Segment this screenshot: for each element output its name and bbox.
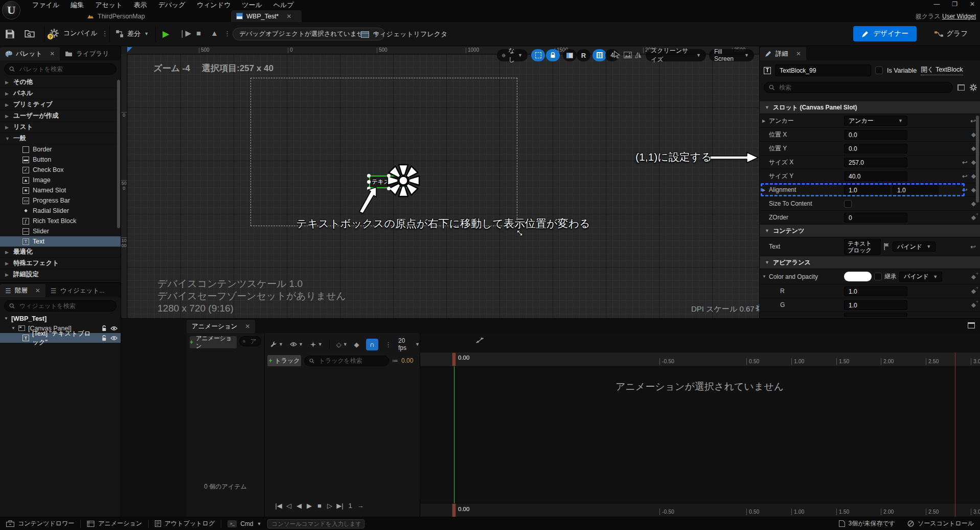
designer-mode-button[interactable]: デザイナー <box>853 26 917 41</box>
palette-group[interactable]: ▶詳細設定 <box>0 269 121 280</box>
palette-group[interactable]: ▶パネル <box>0 88 121 99</box>
sequencer-settings-wrench-icon[interactable]: ▼ <box>270 341 283 348</box>
close-tab-icon[interactable]: ✕ <box>245 323 250 330</box>
add-animation-button[interactable]: +アニメーション <box>190 336 237 348</box>
unreal-logo-icon[interactable]: U <box>2 1 20 19</box>
palette-group[interactable]: ▶特殊エフェクト <box>0 258 121 269</box>
timeline-ruler-top[interactable]: -0.500.501.001.502.002.503.003.504.004.5… <box>420 352 980 367</box>
dpi-settings-gear-icon[interactable] <box>755 304 759 313</box>
reset-to-default-icon[interactable]: ↩ <box>970 117 976 125</box>
add-keyframe-icon[interactable]: ◆+ <box>971 288 976 295</box>
palette-widget-item[interactable]: T Text <box>0 236 121 247</box>
console-command-input[interactable] <box>267 519 364 528</box>
settings-gear-icon[interactable] <box>969 83 977 92</box>
text-value-input[interactable]: テキストブロック <box>844 239 881 255</box>
palette-widget-item[interactable]: Border <box>0 144 121 154</box>
save-button[interactable] <box>5 29 15 39</box>
graph-mode-button[interactable]: グラフ <box>928 26 974 41</box>
details-search-input[interactable] <box>778 83 948 92</box>
display-filter-icon[interactable] <box>958 84 965 91</box>
inherit-checkbox[interactable] <box>874 273 882 280</box>
output-log-button[interactable]: アウトプットログ <box>149 517 221 530</box>
resize-handle[interactable] <box>387 187 391 190</box>
tab-hierarchy[interactable]: ☰ 階層 ✕ <box>0 284 45 297</box>
timeline-ruler-bottom[interactable]: -0.500.501.001.502.002.503.003.504.004.5… <box>420 503 980 517</box>
property-value-input[interactable]: 40.0 <box>844 171 907 181</box>
cursor-tool-icon[interactable] <box>613 51 620 58</box>
transport-button[interactable]: ▶| <box>336 502 344 510</box>
add-keyframe-icon[interactable]: ◆+ <box>971 200 976 207</box>
lock-open-icon[interactable] <box>102 335 107 341</box>
reset-to-default-icon[interactable]: ↩ <box>970 243 976 251</box>
palette-group-general[interactable]: ▼一般 <box>0 133 121 144</box>
fps-dropdown[interactable]: 20 fps▼ <box>398 337 420 351</box>
expand-panel-icon[interactable] <box>968 322 975 328</box>
curve-editor-icon[interactable] <box>475 337 484 344</box>
compile-button[interactable]: ? コンパイル ⋮ <box>49 28 108 38</box>
palette-scrollbar[interactable] <box>117 80 120 228</box>
expander-icon[interactable]: ▼ <box>762 274 766 279</box>
hierarchy-search-input[interactable] <box>18 302 111 310</box>
palette-widget-item[interactable]: ◆ Radial Slider <box>0 206 121 216</box>
palette-widget-item[interactable]: ƒ Rich Text Block <box>0 216 121 226</box>
minimize-icon[interactable]: — <box>933 1 940 8</box>
details-scrollbar[interactable] <box>976 116 979 203</box>
localization-flag-icon[interactable] <box>883 243 890 250</box>
is-variable-checkbox[interactable] <box>875 67 883 74</box>
palette-widget-item[interactable]: — Slider <box>0 226 121 236</box>
menu-item[interactable]: ヘルプ <box>268 0 300 11</box>
designer-canvas[interactable]: 50005001000150020002500 05001000 ズーム -4 … <box>121 46 759 318</box>
filter-icon[interactable]: ≔ <box>392 357 398 364</box>
palette-widget-item[interactable]: ▬ Button <box>0 154 121 165</box>
add-keyframe-icon[interactable]: ◆+ <box>971 273 976 280</box>
lock-widgets-toggle[interactable] <box>546 49 560 61</box>
transport-button[interactable]: ▶ <box>306 502 313 510</box>
close-tab-icon[interactable]: ✕ <box>35 287 40 294</box>
selection-outline-toggle[interactable] <box>531 49 545 61</box>
close-icon[interactable]: ✕ <box>970 1 975 8</box>
add-keyframe-icon[interactable]: ◆+ <box>971 131 976 138</box>
pivot-starburst-icon[interactable] <box>382 159 425 202</box>
palette-group[interactable]: ▶その他 <box>0 77 121 88</box>
open-textblock-link[interactable]: 開く TextBlock <box>921 65 963 75</box>
hierarchy-node[interactable]: ▼ [WBP_Test] <box>0 314 121 323</box>
animation-search-input[interactable] <box>249 337 258 345</box>
transport-button[interactable]: ▷ <box>326 502 333 510</box>
add-keyframe-icon[interactable]: ◆+ <box>971 186 976 193</box>
add-keyframe-icon[interactable]: ◆+ <box>971 159 976 166</box>
close-tab-icon[interactable]: ✕ <box>50 50 55 57</box>
stop-button[interactable]: ■ <box>196 29 201 37</box>
layout-mode-button[interactable] <box>563 49 577 61</box>
palette-group[interactable]: ▶ユーザーが作成 <box>0 111 121 122</box>
section-content[interactable]: ▼コンテンツ <box>760 225 980 237</box>
eject-button[interactable]: ▲ <box>211 29 218 37</box>
tab-widgets[interactable]: ☰ ウィジェット... <box>45 284 110 297</box>
snap-options-icon[interactable]: ⋮ <box>385 341 392 348</box>
property-value-input[interactable]: 0.0 <box>844 130 907 140</box>
section-appearance[interactable]: ▼アピアランス <box>760 256 980 269</box>
cmd-dropdown[interactable]: >_ Cmd ▼ <box>221 517 267 530</box>
add-keyframe-icon[interactable]: ◆+ <box>971 145 976 152</box>
menu-item[interactable]: 編集 <box>65 0 89 11</box>
palette-group[interactable]: ▶プリミティブ <box>0 99 121 111</box>
details-search[interactable] <box>764 82 953 93</box>
tab-thirdpersonmap[interactable]: ThirdPersonMap <box>82 10 150 22</box>
transport-button[interactable]: ◀ <box>295 502 303 510</box>
palette-widget-item[interactable]: ✓ Check Box <box>0 165 121 175</box>
palette-search-input[interactable] <box>18 65 111 73</box>
menu-item[interactable]: デバッグ <box>152 0 191 11</box>
current-time-value[interactable]: 0.00 <box>401 357 413 364</box>
diff-button[interactable]: 差分 ▼ <box>116 29 149 38</box>
content-drawer-button[interactable]: コンテンツドロワー <box>0 517 80 530</box>
auto-key-icon[interactable]: ◆ <box>354 341 359 348</box>
color-bind-dropdown[interactable]: バインド▼ <box>899 272 942 282</box>
parent-class-link[interactable]: User Widget <box>942 13 976 20</box>
close-tab-icon[interactable]: ✕ <box>286 13 291 20</box>
play-button[interactable]: ▶ <box>163 29 169 39</box>
transport-button[interactable]: → <box>357 502 364 510</box>
widget-name-input[interactable]: TextBlock_99 <box>775 64 871 76</box>
add-keyframe-icon[interactable]: ◆+ <box>971 214 976 221</box>
play-options-icon[interactable]: ⋮ <box>224 30 231 37</box>
visibility-eye-icon[interactable] <box>110 336 118 341</box>
localization-preview-dropdown[interactable]: なし ▼ <box>497 49 528 61</box>
